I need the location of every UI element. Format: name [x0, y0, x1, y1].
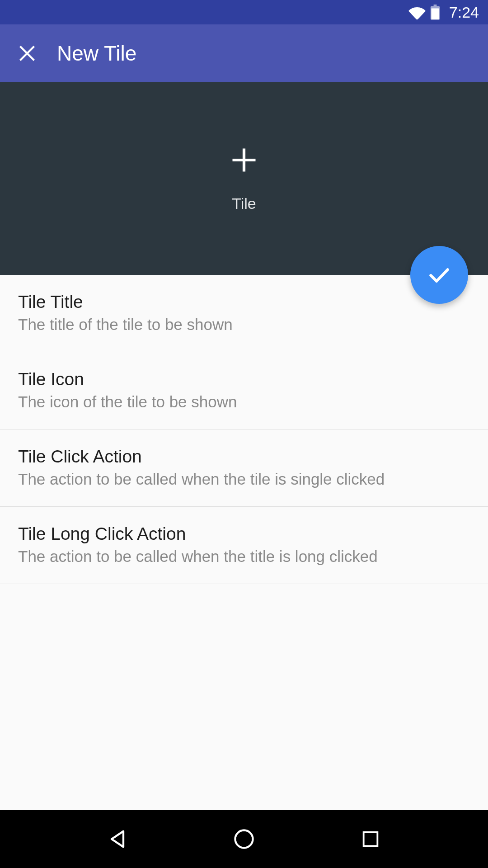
check-icon [427, 262, 452, 288]
navigation-bar [0, 810, 488, 868]
plus-icon [229, 145, 259, 181]
tile-preview-label: Tile [232, 195, 256, 212]
list-item-title: Tile Long Click Action [18, 524, 470, 544]
tile-preview[interactable]: Tile [0, 82, 488, 275]
list-item-title: Tile Click Action [18, 447, 470, 467]
status-bar: 7:24 [0, 0, 488, 24]
close-icon [18, 44, 37, 63]
list-item-subtitle: The action to be called when the title i… [18, 547, 470, 566]
list-item-subtitle: The icon of the tile to be shown [18, 393, 470, 411]
wifi-icon [408, 5, 426, 19]
list-item-subtitle: The title of the tile to be shown [18, 316, 470, 334]
nav-home-button[interactable] [226, 821, 262, 857]
nav-back-button[interactable] [99, 821, 136, 857]
list-item-tile-click-action[interactable]: Tile Click Action The action to be calle… [0, 429, 488, 507]
list-item-tile-long-click-action[interactable]: Tile Long Click Action The action to be … [0, 507, 488, 584]
nav-recent-button[interactable] [352, 821, 389, 857]
list-item-tile-icon[interactable]: Tile Icon The icon of the tile to be sho… [0, 352, 488, 429]
settings-list: Tile Title The title of the tile to be s… [0, 275, 488, 584]
close-button[interactable] [17, 43, 37, 63]
list-item-title: Tile Title [18, 292, 470, 312]
status-time: 7:24 [449, 4, 479, 21]
app-bar: New Tile [0, 24, 488, 82]
svg-rect-1 [364, 832, 378, 846]
page-title: New Tile [57, 41, 136, 66]
recent-icon [360, 829, 381, 849]
list-item-title: Tile Icon [18, 369, 470, 389]
confirm-fab[interactable] [410, 246, 468, 304]
home-icon [232, 827, 256, 851]
list-item-subtitle: The action to be called when the tile is… [18, 470, 470, 488]
back-icon [106, 827, 129, 851]
svg-point-0 [235, 830, 253, 848]
battery-icon [430, 5, 440, 20]
